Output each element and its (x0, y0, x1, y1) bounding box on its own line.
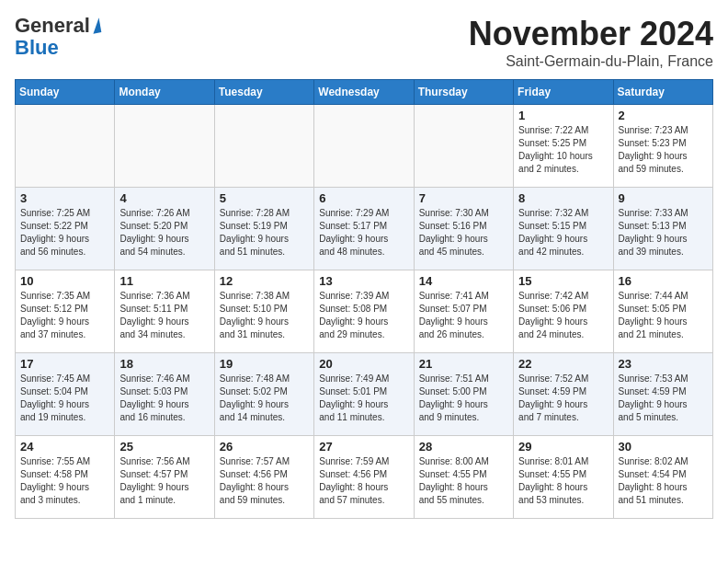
calendar-day-cell: 30Sunrise: 8:02 AM Sunset: 4:54 PM Dayli… (613, 436, 712, 519)
calendar-table: SundayMondayTuesdayWednesdayThursdayFrid… (15, 79, 713, 519)
day-info: Sunrise: 8:01 AM Sunset: 4:55 PM Dayligh… (518, 455, 608, 507)
day-number: 8 (518, 191, 608, 205)
calendar-week-row: 1Sunrise: 7:22 AM Sunset: 5:25 PM Daylig… (16, 105, 713, 188)
calendar-day-cell: 9Sunrise: 7:33 AM Sunset: 5:13 PM Daylig… (613, 188, 712, 270)
calendar-day-cell: 16Sunrise: 7:44 AM Sunset: 5:05 PM Dayli… (613, 270, 712, 353)
day-info: Sunrise: 7:36 AM Sunset: 5:11 PM Dayligh… (119, 290, 209, 341)
calendar-day-cell: 8Sunrise: 7:32 AM Sunset: 5:15 PM Daylig… (514, 188, 613, 270)
day-info: Sunrise: 7:28 AM Sunset: 5:19 PM Dayligh… (220, 207, 309, 259)
logo-general: General (15, 15, 90, 37)
page-header: General Blue November 2024 Saint-Germain… (15, 15, 713, 70)
day-number: 16 (619, 274, 708, 288)
calendar-day-cell (16, 105, 115, 188)
calendar-day-cell: 23Sunrise: 7:53 AM Sunset: 4:59 PM Dayli… (613, 353, 712, 436)
day-number: 26 (220, 440, 309, 454)
day-info: Sunrise: 7:22 AM Sunset: 5:25 PM Dayligh… (518, 124, 608, 176)
calendar-day-cell: 25Sunrise: 7:56 AM Sunset: 4:57 PM Dayli… (115, 436, 214, 519)
day-number: 11 (119, 274, 209, 288)
day-info: Sunrise: 7:38 AM Sunset: 5:10 PM Dayligh… (220, 290, 309, 341)
calendar-day-cell (214, 105, 313, 188)
day-number: 28 (419, 440, 508, 454)
calendar-day-cell: 19Sunrise: 7:48 AM Sunset: 5:02 PM Dayli… (214, 353, 313, 436)
calendar-day-cell: 14Sunrise: 7:41 AM Sunset: 5:07 PM Dayli… (414, 270, 513, 353)
day-number: 25 (119, 440, 209, 454)
day-number: 1 (518, 109, 608, 122)
calendar-week-row: 17Sunrise: 7:45 AM Sunset: 5:04 PM Dayli… (16, 353, 713, 436)
calendar-day-cell: 5Sunrise: 7:28 AM Sunset: 5:19 PM Daylig… (214, 188, 313, 270)
day-number: 18 (119, 357, 209, 371)
day-number: 5 (220, 191, 309, 205)
day-info: Sunrise: 7:33 AM Sunset: 5:13 PM Dayligh… (619, 207, 708, 259)
day-number: 4 (119, 191, 209, 205)
day-number: 17 (20, 357, 109, 371)
day-info: Sunrise: 7:57 AM Sunset: 4:56 PM Dayligh… (220, 455, 309, 507)
day-number: 7 (419, 191, 508, 205)
calendar-day-cell: 12Sunrise: 7:38 AM Sunset: 5:10 PM Dayli… (214, 270, 313, 353)
col-header-saturday: Saturday (613, 80, 712, 105)
day-info: Sunrise: 7:32 AM Sunset: 5:15 PM Dayligh… (518, 207, 608, 259)
day-number: 10 (20, 274, 109, 288)
day-number: 9 (619, 191, 708, 205)
calendar-day-cell (314, 105, 414, 188)
day-number: 6 (319, 191, 408, 205)
day-info: Sunrise: 7:44 AM Sunset: 5:05 PM Dayligh… (619, 290, 708, 341)
calendar-day-cell: 7Sunrise: 7:30 AM Sunset: 5:16 PM Daylig… (414, 188, 513, 270)
day-info: Sunrise: 7:59 AM Sunset: 4:56 PM Dayligh… (319, 455, 408, 507)
logo-blue: Blue (15, 37, 59, 59)
calendar-week-row: 24Sunrise: 7:55 AM Sunset: 4:58 PM Dayli… (16, 436, 713, 519)
day-number: 29 (518, 440, 608, 454)
day-number: 30 (619, 440, 708, 454)
calendar-week-row: 3Sunrise: 7:25 AM Sunset: 5:22 PM Daylig… (16, 188, 713, 270)
calendar-day-cell: 2Sunrise: 7:23 AM Sunset: 5:23 PM Daylig… (613, 105, 712, 188)
day-info: Sunrise: 7:56 AM Sunset: 4:57 PM Dayligh… (119, 455, 209, 507)
col-header-sunday: Sunday (16, 80, 115, 105)
calendar-day-cell: 26Sunrise: 7:57 AM Sunset: 4:56 PM Dayli… (214, 436, 313, 519)
calendar-day-cell: 27Sunrise: 7:59 AM Sunset: 4:56 PM Dayli… (314, 436, 414, 519)
calendar-week-row: 10Sunrise: 7:35 AM Sunset: 5:12 PM Dayli… (16, 270, 713, 353)
calendar-day-cell: 15Sunrise: 7:42 AM Sunset: 5:06 PM Dayli… (514, 270, 613, 353)
col-header-wednesday: Wednesday (314, 80, 414, 105)
col-header-monday: Monday (115, 80, 214, 105)
day-number: 3 (20, 191, 109, 205)
day-number: 20 (319, 357, 408, 371)
day-number: 15 (518, 274, 608, 288)
calendar-day-cell: 10Sunrise: 7:35 AM Sunset: 5:12 PM Dayli… (16, 270, 115, 353)
calendar-day-cell: 20Sunrise: 7:49 AM Sunset: 5:01 PM Dayli… (314, 353, 414, 436)
day-info: Sunrise: 7:49 AM Sunset: 5:01 PM Dayligh… (319, 373, 408, 424)
day-info: Sunrise: 7:41 AM Sunset: 5:07 PM Dayligh… (419, 290, 508, 341)
day-info: Sunrise: 8:02 AM Sunset: 4:54 PM Dayligh… (619, 455, 708, 507)
day-info: Sunrise: 7:42 AM Sunset: 5:06 PM Dayligh… (518, 290, 608, 341)
title-area: November 2024 Saint-Germain-du-Plain, Fr… (469, 15, 713, 70)
day-number: 19 (220, 357, 309, 371)
calendar-day-cell: 4Sunrise: 7:26 AM Sunset: 5:20 PM Daylig… (115, 188, 214, 270)
logo: General Blue (15, 15, 100, 59)
day-info: Sunrise: 7:23 AM Sunset: 5:23 PM Dayligh… (619, 124, 708, 176)
day-info: Sunrise: 7:26 AM Sunset: 5:20 PM Dayligh… (119, 207, 209, 259)
calendar-day-cell: 13Sunrise: 7:39 AM Sunset: 5:08 PM Dayli… (314, 270, 414, 353)
day-number: 24 (20, 440, 109, 454)
calendar-header-row: SundayMondayTuesdayWednesdayThursdayFrid… (16, 80, 713, 105)
day-info: Sunrise: 7:53 AM Sunset: 4:59 PM Dayligh… (619, 373, 708, 424)
month-title: November 2024 (469, 15, 713, 53)
day-number: 22 (518, 357, 608, 371)
day-info: Sunrise: 7:46 AM Sunset: 5:03 PM Dayligh… (119, 373, 209, 424)
calendar-day-cell (414, 105, 513, 188)
day-info: Sunrise: 8:00 AM Sunset: 4:55 PM Dayligh… (419, 455, 508, 507)
day-info: Sunrise: 7:35 AM Sunset: 5:12 PM Dayligh… (20, 290, 109, 341)
calendar-day-cell: 6Sunrise: 7:29 AM Sunset: 5:17 PM Daylig… (314, 188, 414, 270)
calendar-day-cell: 24Sunrise: 7:55 AM Sunset: 4:58 PM Dayli… (16, 436, 115, 519)
day-info: Sunrise: 7:30 AM Sunset: 5:16 PM Dayligh… (419, 207, 508, 259)
day-info: Sunrise: 7:39 AM Sunset: 5:08 PM Dayligh… (319, 290, 408, 341)
day-number: 21 (419, 357, 508, 371)
location: Saint-Germain-du-Plain, France (469, 53, 713, 70)
calendar-day-cell: 3Sunrise: 7:25 AM Sunset: 5:22 PM Daylig… (16, 188, 115, 270)
day-number: 23 (619, 357, 708, 371)
calendar-day-cell: 17Sunrise: 7:45 AM Sunset: 5:04 PM Dayli… (16, 353, 115, 436)
day-number: 2 (619, 109, 708, 122)
calendar-day-cell: 29Sunrise: 8:01 AM Sunset: 4:55 PM Dayli… (514, 436, 613, 519)
calendar-day-cell: 11Sunrise: 7:36 AM Sunset: 5:11 PM Dayli… (115, 270, 214, 353)
calendar-day-cell: 22Sunrise: 7:52 AM Sunset: 4:59 PM Dayli… (514, 353, 613, 436)
calendar-body: 1Sunrise: 7:22 AM Sunset: 5:25 PM Daylig… (16, 105, 713, 519)
calendar-day-cell: 21Sunrise: 7:51 AM Sunset: 5:00 PM Dayli… (414, 353, 513, 436)
day-info: Sunrise: 7:45 AM Sunset: 5:04 PM Dayligh… (20, 373, 109, 424)
